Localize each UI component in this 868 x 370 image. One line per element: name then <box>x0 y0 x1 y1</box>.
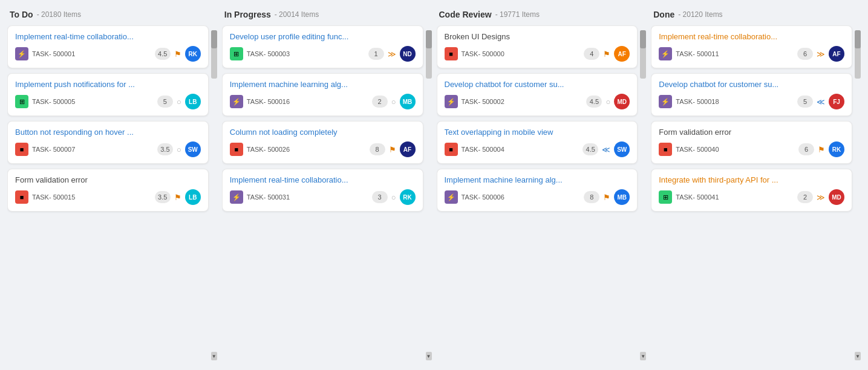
task-card[interactable]: Form validation error ■ TASK- 500040 6 ⚑… <box>651 121 852 164</box>
column-body-codereview: Broken UI Designs ■ TASK- 500000 4 ⚑ AF … <box>437 25 647 360</box>
priority-icon: ○ <box>391 193 396 202</box>
column-count: - 20120 Items <box>678 10 722 19</box>
card-footer: ■ TASK- 500004 4.5 ≪ SW <box>445 141 630 157</box>
task-id: TASK- 500011 <box>676 50 794 57</box>
avatar: RK <box>185 46 201 62</box>
scroll-indicator: ▼ <box>855 25 861 360</box>
column-body-inprogress: Develop user profile editing func... ⊞ T… <box>222 25 432 360</box>
task-badge: 3.5 <box>155 191 171 203</box>
task-type-icon: ⚡ <box>659 47 672 60</box>
priority-icon: ⚑ <box>603 50 610 59</box>
scrollbar-thumb[interactable] <box>211 30 217 48</box>
scrollbar-track[interactable] <box>426 30 432 79</box>
task-card[interactable]: Button not responding on hover ... ■ TAS… <box>7 121 209 164</box>
task-card[interactable]: Implement machine learning alg... ⚡ TASK… <box>437 169 638 212</box>
task-type-icon: ■ <box>15 143 28 156</box>
task-id: TASK- 500007 <box>32 146 154 153</box>
column-header-done: Done - 20120 Items <box>651 10 861 25</box>
card-title: Develop user profile editing func... <box>230 32 416 41</box>
priority-icon: ⚑ <box>603 193 610 202</box>
task-type-icon: ■ <box>15 190 28 204</box>
task-type-icon: ⚡ <box>230 190 243 204</box>
task-card[interactable]: Develop chatbot for customer su... ⚡ TAS… <box>437 73 638 116</box>
kanban-board: To Do - 20180 Items Implement real-time … <box>0 0 868 370</box>
task-card[interactable]: Broken UI Designs ■ TASK- 500000 4 ⚑ AF <box>437 25 638 68</box>
column-title: Code Review <box>439 10 492 19</box>
avatar: RK <box>829 141 844 157</box>
task-card[interactable]: Column not loading completely ■ TASK- 50… <box>222 121 423 164</box>
card-footer: ⚡ TASK- 500018 5 ≪ FJ <box>659 94 844 109</box>
task-badge: 2 <box>372 96 388 108</box>
card-footer: ⚡ TASK- 500006 8 ⚑ MB <box>445 189 630 205</box>
task-card[interactable]: Implement real-time collaboratio... ⚡ TA… <box>651 25 852 68</box>
column-count: - 20014 Items <box>275 10 319 19</box>
avatar: FJ <box>829 94 844 109</box>
avatar: MD <box>829 189 844 205</box>
cards-wrapper-done[interactable]: Implement real-time collaboratio... ⚡ TA… <box>651 25 855 360</box>
avatar: LB <box>185 94 201 109</box>
task-card[interactable]: Develop chatbot for customer su... ⚡ TAS… <box>651 73 852 116</box>
task-id: TASK- 500000 <box>462 50 581 57</box>
avatar: SW <box>185 141 201 157</box>
scroll-down-btn[interactable]: ▼ <box>426 352 432 360</box>
task-type-icon: ■ <box>445 143 458 156</box>
card-title: Implement push notifications for ... <box>15 80 201 89</box>
column-title: In Progress <box>224 10 271 19</box>
column-title: To Do <box>10 10 33 19</box>
column-header-inprogress: In Progress - 20014 Items <box>222 10 432 25</box>
cards-wrapper-inprogress[interactable]: Develop user profile editing func... ⊞ T… <box>222 25 426 360</box>
scroll-down-btn[interactable]: ▼ <box>640 352 646 360</box>
priority-icon: ⚑ <box>174 193 181 202</box>
avatar: AF <box>614 46 630 62</box>
cards-wrapper-codereview[interactable]: Broken UI Designs ■ TASK- 500000 4 ⚑ AF … <box>437 25 641 360</box>
card-title: Implement machine learning alg... <box>230 80 416 89</box>
scrollbar-track[interactable] <box>211 30 217 79</box>
scroll-down-btn[interactable]: ▼ <box>211 352 217 360</box>
priority-icon: ≪ <box>817 97 825 106</box>
task-id: TASK- 500018 <box>676 98 794 105</box>
scroll-indicator: ▼ <box>211 25 217 360</box>
task-card[interactable]: Form validation error ■ TASK- 500015 3.5… <box>7 169 209 212</box>
column-header-todo: To Do - 20180 Items <box>7 10 217 25</box>
task-id: TASK- 500040 <box>676 146 795 153</box>
card-title: Integrate with third-party API for ... <box>659 175 844 184</box>
task-card[interactable]: Implement push notifications for ... ⊞ T… <box>7 73 209 116</box>
task-badge: 4.5 <box>582 143 598 155</box>
priority-icon: ⚑ <box>818 145 825 154</box>
task-card[interactable]: Implement machine learning alg... ⚡ TASK… <box>222 73 423 116</box>
task-type-icon: ■ <box>659 143 672 156</box>
card-title: Implement real-time collaboratio... <box>15 32 201 41</box>
scroll-down-btn[interactable]: ▼ <box>855 352 861 360</box>
scrollbar-track[interactable] <box>855 30 861 79</box>
task-id: TASK- 500026 <box>247 146 366 153</box>
task-type-icon: ⊞ <box>230 47 243 60</box>
scrollbar-track[interactable] <box>640 30 646 79</box>
task-badge: 6 <box>797 48 813 60</box>
cards-wrapper-todo[interactable]: Implement real-time collaboratio... ⚡ TA… <box>7 25 211 360</box>
task-type-icon: ⚡ <box>15 47 28 60</box>
priority-icon: ⚑ <box>174 50 181 59</box>
scroll-indicator: ▼ <box>426 25 432 360</box>
task-id: TASK- 500016 <box>247 98 368 105</box>
scrollbar-thumb[interactable] <box>426 30 432 48</box>
task-card[interactable]: Implement real-time collaboratio... ⚡ TA… <box>222 169 423 212</box>
column-header-codereview: Code Review - 19771 Items <box>437 10 647 25</box>
avatar: MD <box>614 94 630 109</box>
column-count: - 20180 Items <box>37 10 81 19</box>
priority-icon: ≫ <box>388 50 396 59</box>
scroll-indicator: ▼ <box>640 25 646 360</box>
avatar: LB <box>185 189 201 205</box>
task-card[interactable]: Text overlapping in mobile view ■ TASK- … <box>437 121 638 164</box>
task-badge: 4 <box>584 48 599 60</box>
card-title: Implement machine learning alg... <box>445 175 630 184</box>
scrollbar-thumb[interactable] <box>640 30 646 48</box>
card-footer: ■ TASK- 500007 3.5 ○ SW <box>15 141 201 157</box>
priority-icon: ≪ <box>602 145 610 154</box>
task-card[interactable]: Develop user profile editing func... ⊞ T… <box>222 25 423 68</box>
task-badge: 5 <box>797 96 813 108</box>
task-card[interactable]: Integrate with third-party API for ... ⊞… <box>651 169 852 212</box>
scrollbar-thumb[interactable] <box>855 30 861 48</box>
card-title: Text overlapping in mobile view <box>445 128 630 137</box>
task-card[interactable]: Implement real-time collaboratio... ⚡ TA… <box>7 25 209 68</box>
avatar: AF <box>400 141 416 157</box>
